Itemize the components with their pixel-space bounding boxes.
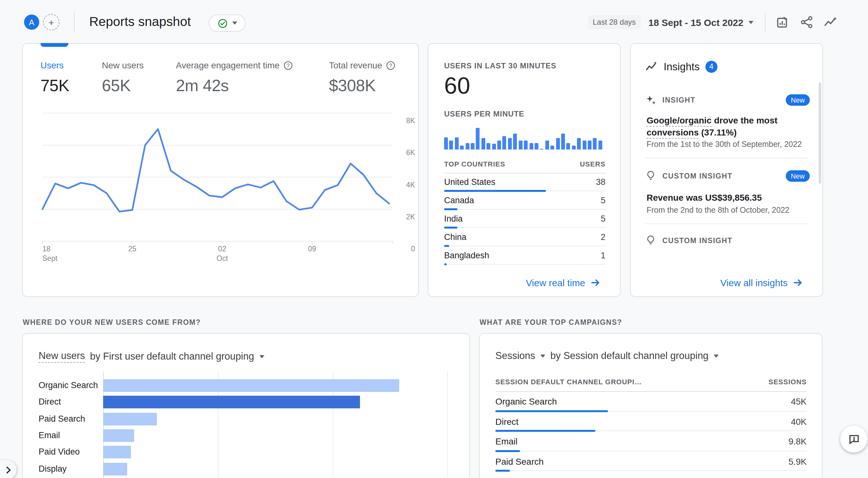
help-icon[interactable]: ? — [283, 60, 293, 70]
country-users: 1 — [601, 251, 606, 260]
channel-grouping-header: SESSION DEFAULT CHANNEL GROUPI… — [495, 378, 642, 386]
metric-tab-total-revenue[interactable]: Total revenue ? $308K — [329, 60, 395, 96]
report-status-dropdown[interactable] — [209, 14, 245, 32]
users-per-minute-bar — [471, 143, 474, 149]
channel-bar — [103, 396, 360, 409]
help-icon[interactable]: ? — [386, 60, 395, 70]
verified-check-icon — [217, 18, 227, 28]
svg-text:?: ? — [287, 62, 289, 68]
country-name: Canada — [444, 196, 474, 205]
users-per-minute-bar — [524, 140, 528, 149]
svg-text:Oct: Oct — [217, 254, 228, 262]
session-channel: Organic Search — [495, 396, 557, 407]
chevron-down-icon — [232, 22, 237, 25]
reports-snapshot-page: A + Reports snapshot Last 28 days 18 Sep… — [0, 0, 868, 478]
channel-bar — [103, 429, 134, 442]
dimension-selector[interactable]: New users — [39, 350, 85, 363]
country-name: China — [444, 232, 467, 242]
view-real-time-link[interactable]: View real time — [522, 277, 605, 289]
view-all-insights-link[interactable]: View all insights — [716, 277, 807, 289]
users-per-minute-label: USERS PER MINUTE — [444, 110, 524, 118]
insight-kind-label: INSIGHT — [662, 96, 695, 104]
session-row: Email9.8K — [495, 431, 807, 451]
insights-icon — [824, 22, 838, 31]
lightbulb-icon — [645, 235, 656, 246]
users-per-minute-bar — [508, 138, 512, 149]
metric-value: 75K — [40, 76, 69, 96]
sessions-table-header: SESSION DEFAULT CHANNEL GROUPI… SESSIONS — [495, 378, 807, 392]
users-per-minute-bar — [465, 143, 469, 149]
share-button[interactable] — [800, 15, 814, 29]
metric-tab-avg-engagement-time[interactable]: Average engagement time ? 2m 42s — [176, 60, 293, 96]
users-header: USERS — [580, 160, 606, 168]
feedback-button[interactable] — [840, 425, 867, 453]
customize-report-icon — [776, 22, 789, 31]
top-countries-header: TOP COUNTRIES — [444, 160, 505, 168]
arrow-right-icon — [590, 277, 601, 288]
users-per-minute-bar — [535, 143, 538, 149]
country-name: Bangladesh — [444, 251, 489, 260]
insight-title[interactable]: Revenue was US$39,856.35 — [647, 192, 805, 204]
session-bar — [495, 470, 510, 472]
insight-title[interactable]: Google/organic drove the most conversion… — [647, 115, 805, 139]
header-actions: Last 28 days 18 Sept - 15 Oct 2022 — [588, 0, 838, 44]
channel-row: Paid Search — [39, 413, 456, 425]
metric-tab-new-users[interactable]: New users 65K — [102, 60, 144, 96]
lightbulb-icon — [645, 170, 656, 181]
country-users: 5 — [601, 196, 606, 205]
customize-report-button[interactable] — [776, 15, 789, 29]
realtime-card: USERS IN LAST 30 MINUTES 60 USERS PER MI… — [428, 43, 621, 297]
svg-text:Sept: Sept — [42, 254, 58, 262]
users-line-series — [42, 129, 389, 212]
expand-navigation-button[interactable] — [0, 460, 17, 478]
country-row: United States38 — [444, 173, 606, 191]
svg-text:2K: 2K — [406, 213, 415, 221]
users-per-minute-bar — [561, 133, 565, 149]
campaigns-card: Sessions by Session default channel grou… — [479, 333, 823, 478]
svg-text:09: 09 — [308, 245, 316, 253]
users-per-minute-bar — [588, 140, 592, 149]
arrow-right-icon — [793, 277, 803, 288]
country-row: Canada5 — [444, 191, 606, 210]
add-comparison-button[interactable]: + — [43, 14, 59, 30]
country-bar — [444, 263, 447, 265]
countries-table: United States38Canada5India5China2Bangla… — [444, 173, 606, 265]
header-divider — [74, 11, 75, 33]
chevron-down-icon[interactable] — [259, 355, 264, 358]
insight-kind-label: CUSTOM INSIGHT — [662, 172, 732, 180]
metric-label: Total revenue ? — [329, 60, 395, 70]
channel-bar — [103, 446, 131, 458]
insights-count-badge: 4 — [705, 60, 717, 72]
metric-selector[interactable]: Sessions — [495, 350, 535, 361]
channel-bar — [103, 379, 399, 392]
channel-bar — [103, 462, 127, 475]
users-per-minute-chart — [444, 128, 602, 150]
country-users: 38 — [596, 177, 606, 187]
sessions-table: Organic Search45KDirect40KEmail9.8KPaid … — [495, 391, 807, 471]
users-per-minute-bar — [572, 146, 576, 149]
metric-value: 2m 42s — [176, 76, 293, 96]
insight-item-header: CUSTOM INSIGHT — [645, 235, 810, 248]
country-users: 5 — [601, 214, 606, 223]
session-row: Paid Search5.9K — [495, 451, 807, 471]
users-per-minute-bar — [497, 140, 501, 149]
traffic-overview-card: Users 75K New users 65K Average engageme… — [22, 43, 419, 297]
metric-value: 65K — [102, 76, 144, 96]
users-per-minute-bar — [450, 140, 453, 149]
insights-title: Insights — [664, 60, 700, 72]
session-row: Direct40K — [495, 411, 807, 431]
channel-label: Email — [39, 429, 99, 442]
chevron-down-icon[interactable] — [748, 21, 753, 24]
avatar[interactable]: A — [24, 14, 39, 30]
scrollbar-thumb[interactable] — [819, 82, 821, 184]
country-name: India — [444, 214, 463, 223]
insights-button[interactable] — [824, 15, 838, 29]
users-per-minute-bar — [566, 143, 570, 149]
session-value: 40K — [791, 416, 807, 426]
chevron-down-icon[interactable] — [540, 354, 545, 357]
metric-label: Users — [40, 60, 69, 70]
users-per-minute-bar — [540, 148, 544, 149]
metric-tab-users[interactable]: Users 75K — [40, 60, 69, 96]
date-range-selector[interactable]: 18 Sept - 15 Oct 2022 — [648, 17, 743, 28]
chevron-down-icon[interactable] — [714, 354, 719, 357]
